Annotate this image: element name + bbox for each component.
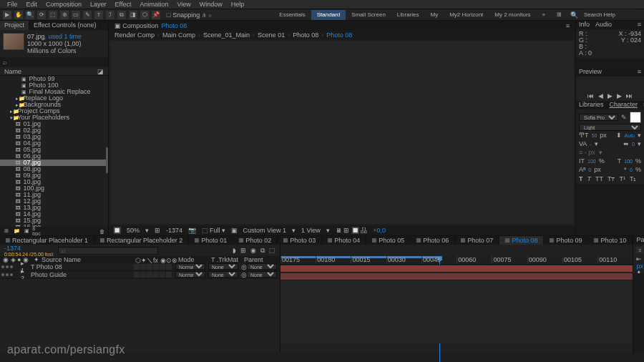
timeline-search[interactable] [58, 247, 158, 255]
ws-standard[interactable]: Standard [311, 10, 346, 20]
ws-essentials[interactable]: Essentials [273, 10, 311, 20]
tab-paragraph[interactable]: Paragraph [636, 236, 644, 245]
timeline-tab[interactable]: Photo 04 [322, 236, 366, 245]
bc-2[interactable]: Scene_01_Main [203, 31, 250, 39]
trash-icon[interactable]: 🗑 [98, 228, 105, 235]
graph-icon[interactable]: ⧉ [260, 247, 265, 255]
timeline-tab[interactable]: Photo 05 [366, 236, 411, 245]
layer-row[interactable]: ▸ 2Photo GuideNormalNone◎None [0, 271, 280, 279]
selection-tool[interactable]: ▶ [3, 11, 11, 19]
grid-icon[interactable]: ⊞ [155, 227, 160, 234]
project-item[interactable]: 🖼 01.jpg [0, 121, 108, 127]
tracks-area[interactable] [280, 265, 633, 343]
tab-preview[interactable]: Preview [579, 68, 602, 77]
tab-project[interactable]: Project [0, 21, 29, 30]
project-search[interactable] [6, 59, 105, 66]
timeline-tab[interactable]: Photo 06 [411, 236, 455, 245]
menu-animation[interactable]: Animation [135, 0, 172, 9]
timeline-tab[interactable]: Rectangular Placeholder 2 [94, 236, 189, 245]
roto-tool[interactable]: ⬡ [140, 11, 149, 19]
bold-button[interactable]: T [579, 175, 583, 183]
subscript-button[interactable]: T₁ [630, 175, 637, 183]
res-value[interactable]: ⬚ Full ▾ [202, 227, 225, 234]
comp-icon[interactable]: ▣ [23, 228, 30, 235]
italic-button[interactable]: T [587, 175, 592, 183]
rect-tool[interactable]: ▭ [72, 11, 80, 19]
roi-icon[interactable]: ▣ [231, 227, 238, 234]
ws-my2h[interactable]: My2 Horizont [444, 10, 489, 20]
layer-bar[interactable] [280, 265, 633, 272]
eraser-tool[interactable]: ◨ [129, 11, 137, 19]
timeline-tab[interactable]: Rectangular Placeholder 1 [0, 236, 94, 245]
menu-help[interactable]: Help [227, 0, 249, 9]
first-frame-button[interactable]: ⏮ [587, 92, 594, 99]
col-name[interactable]: Name [4, 67, 21, 75]
ws-my2m[interactable]: My 2 monitors [489, 10, 536, 20]
project-item[interactable]: 🖼 09.jpg [0, 172, 108, 179]
bc-current[interactable]: Photo 08 [326, 31, 352, 39]
view-opt-icon[interactable]: 🖥 ⊞ 🔲 品 [336, 226, 368, 235]
bpc-toggle[interactable]: 8 bpc [33, 228, 40, 235]
magnify-icon[interactable]: 🔲 [113, 227, 121, 234]
font-style[interactable]: Light [579, 124, 641, 131]
bc-3[interactable]: Scene 01 [258, 31, 285, 39]
menu-edit[interactable]: Edit [22, 0, 42, 9]
pen-tool[interactable]: ✎ [83, 11, 92, 19]
exposure-value[interactable]: +0,0 [373, 227, 386, 234]
timeline-tab[interactable]: Photo 02 [233, 236, 278, 245]
label-col-icon[interactable]: ◪ [97, 67, 104, 75]
tab-info[interactable]: Info [579, 21, 590, 29]
eyedrop-icon[interactable]: ✎ [621, 114, 627, 122]
project-item[interactable]: 🖼 10.jpg [0, 179, 108, 185]
timecode[interactable]: -1374 [4, 245, 54, 252]
type-tool[interactable]: T [94, 11, 103, 19]
hand-tool[interactable]: ✋ [14, 11, 23, 19]
shy-icon[interactable]: ◗ [233, 247, 236, 255]
smallcaps-button[interactable]: Tᴛ [608, 175, 615, 183]
align-left[interactable]: ≡ [636, 247, 643, 253]
project-item[interactable]: ▾📁 Your Placeholders [0, 114, 108, 121]
layer-bar[interactable] [280, 273, 633, 280]
project-item[interactable]: 🖼 07.jpg [0, 160, 108, 166]
menu-window[interactable]: Window [195, 0, 227, 9]
fx-icon[interactable]: ⊞ [240, 247, 246, 255]
pan-behind-tool[interactable]: ⊕ [60, 11, 69, 19]
timeline-tab[interactable]: Photo 08 [499, 236, 544, 245]
project-item[interactable]: 🖼 12.jpg [0, 198, 108, 205]
timeline-tab[interactable]: Photo 09 [544, 236, 588, 245]
ws-my[interactable]: My [425, 10, 444, 20]
ws-menu[interactable]: ⊞ [551, 10, 567, 20]
font-family[interactable]: Sofia Pro [579, 114, 618, 121]
help-search[interactable]: Search Help [581, 11, 638, 19]
project-item[interactable]: 🖼 02.jpg [0, 127, 108, 134]
zoom-tool[interactable]: 🔍 [26, 11, 34, 19]
timeline-tab[interactable]: Photo 03 [278, 236, 322, 245]
superscript-button[interactable]: T¹ [620, 175, 626, 183]
puppet-tool[interactable]: 📌 [152, 11, 160, 19]
project-item[interactable]: 🖼 16.jpg [0, 224, 108, 227]
motion-blur-icon[interactable]: ◉ [250, 247, 256, 255]
play-button[interactable]: ▶ [608, 92, 613, 99]
folder-icon[interactable]: 📁 [13, 228, 20, 235]
project-tree[interactable]: ▣ Photo 99▣ Photo 100▣ Final Mosaic Repl… [0, 76, 108, 227]
ws-libraries[interactable]: Libraries [391, 10, 425, 20]
camera-value[interactable]: Custom View 1 [243, 227, 286, 234]
project-item[interactable]: 🖼 05.jpg [0, 147, 108, 153]
bc-1[interactable]: Main Comp [162, 31, 195, 39]
tab-effect-controls[interactable]: Effect Controls (none) [29, 21, 101, 30]
rotate-tool[interactable]: ⟳ [37, 11, 46, 19]
allcaps-button[interactable]: TT [595, 175, 603, 183]
timeline-tab[interactable]: Photo 01 [189, 236, 233, 245]
camera-tool[interactable]: ⬚ [49, 11, 57, 19]
project-item[interactable]: 🖼 14.jpg [0, 211, 108, 217]
project-item[interactable]: 🖼 11.jpg [0, 192, 108, 198]
ws-smallscreen[interactable]: Small Screen [346, 10, 391, 20]
viewer-area[interactable] [110, 41, 574, 224]
menu-effect[interactable]: Effect [111, 0, 136, 9]
layer-list[interactable]: ▸ 1T Photo 08NormalNone◎None▸ 2Photo Gui… [0, 263, 280, 279]
time-ruler[interactable]: 0017500180000150003000045000600007500090… [280, 256, 633, 265]
tab-character[interactable]: Character [610, 101, 638, 109]
menu-composition[interactable]: Composition [42, 0, 86, 9]
menu-layer[interactable]: Layer [86, 0, 111, 9]
layer-row[interactable]: ▸ 1T Photo 08NormalNone◎None [0, 263, 280, 271]
